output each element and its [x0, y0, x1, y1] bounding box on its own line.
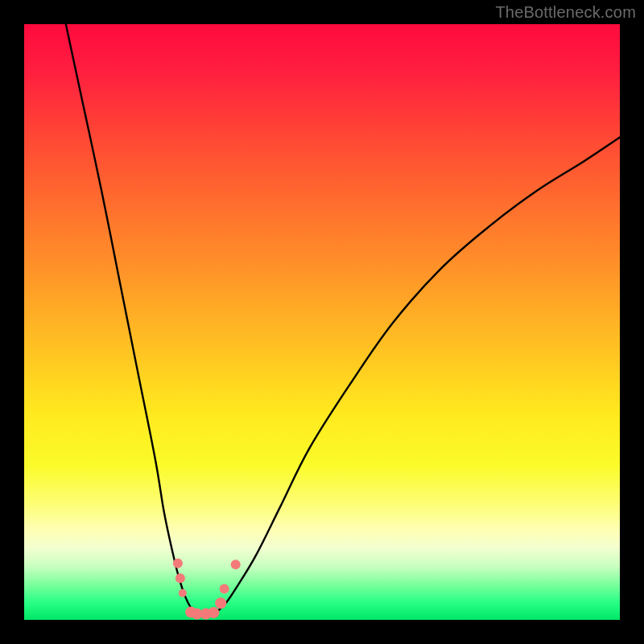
marker-dot: [175, 573, 185, 583]
chart-root: TheBottleneck.com: [0, 0, 644, 644]
marker-dot: [220, 584, 229, 594]
series-right-curve: [215, 138, 620, 614]
curve-layer: [66, 24, 620, 614]
marker-dot: [208, 607, 219, 618]
watermark-text: TheBottleneck.com: [495, 3, 636, 22]
marker-dot: [231, 559, 241, 569]
series-left-curve: [66, 24, 197, 614]
marker-dot: [173, 559, 183, 568]
marker-dot: [215, 597, 226, 609]
marker-dot: [179, 589, 187, 597]
plot-area: [24, 24, 620, 620]
curves-svg: [24, 24, 620, 620]
